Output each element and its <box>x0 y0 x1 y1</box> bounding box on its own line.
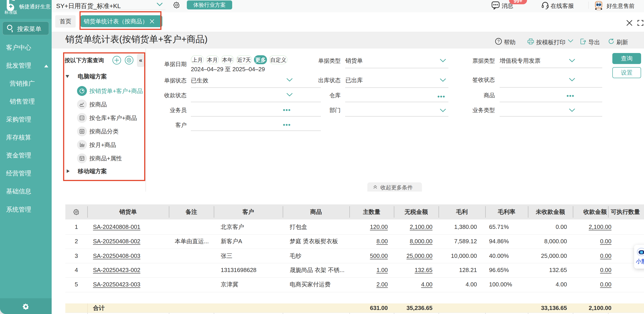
svg-text:?: ? <box>497 39 500 44</box>
